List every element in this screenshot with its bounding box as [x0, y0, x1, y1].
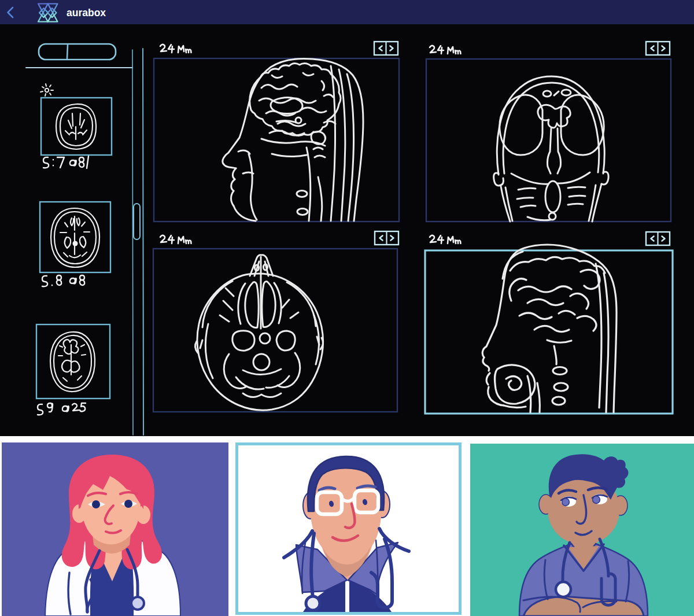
svg-text:aurabox: aurabox [67, 7, 106, 19]
